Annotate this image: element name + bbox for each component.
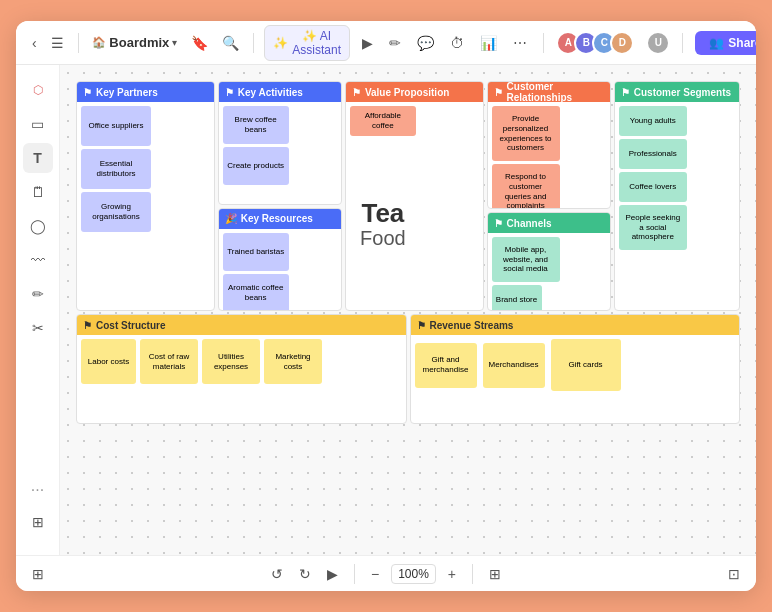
cs-header: ⚑ Customer Segments: [615, 82, 739, 102]
sidebar-icon-multicolor[interactable]: ⬡: [23, 75, 53, 105]
key-partners-cell: ⚑ Key Partners Office suppliers Essentia…: [76, 81, 215, 311]
cost-sticky-1[interactable]: Labor costs: [81, 339, 136, 384]
kr-label: Key Resources: [241, 213, 313, 224]
vp-sticky-1[interactable]: Affordable coffee: [350, 106, 416, 136]
rev-header: ⚑ Revenue Streams: [411, 315, 740, 335]
ch-icon: ⚑: [494, 218, 503, 229]
kr-sticky-1[interactable]: Trained baristas: [223, 233, 289, 271]
toolbar-icon-timer[interactable]: ⏱: [446, 33, 468, 53]
sidebar-icon-pen[interactable]: ✏: [23, 279, 53, 309]
menu-button[interactable]: ☰: [47, 33, 68, 53]
food-text: Food: [360, 227, 406, 250]
kr-content: Trained baristas Aromatic coffee beans: [219, 229, 341, 310]
cost-sticky-4[interactable]: Marketing costs: [264, 339, 322, 384]
sidebar-icon-layers[interactable]: ⊞: [23, 507, 53, 537]
home-icon: 🏠: [92, 36, 106, 49]
ka-wrapper: ⚑ Key Activities Brew coffee beans Creat…: [218, 81, 342, 311]
cs-sticky-2[interactable]: Professionals: [619, 139, 687, 169]
share-button[interactable]: 👥 Share: [695, 31, 756, 55]
cs-icon: ⚑: [621, 87, 630, 98]
back-button[interactable]: ‹: [28, 33, 41, 53]
share-label: Share: [728, 36, 756, 50]
cr-label: Customer Relationships: [507, 81, 604, 103]
rev-content: Gift and merchandise Merchandises Gift c…: [411, 335, 740, 423]
bottom-center: ↺ ↻ ▶ − 100% + ⊞: [267, 564, 505, 584]
customer-segments-cell: ⚑ Customer Segments Young adults Profess…: [614, 81, 740, 311]
sidebar-icon-shape[interactable]: ◯: [23, 211, 53, 241]
ai-icon: ✨: [273, 36, 288, 50]
bottom-bar: ⊞ ↺ ↻ ▶ − 100% + ⊞ ⊡: [16, 555, 756, 591]
ka-sticky-2[interactable]: Create products: [223, 147, 289, 185]
ka-sticky-1[interactable]: Brew coffee beans: [223, 106, 289, 144]
left-sidebar: ⬡ ▭ T 🗒 ◯ 〰 ✏ ✂ ··· ⊞: [16, 65, 60, 555]
bookmark-button[interactable]: 🔖: [187, 33, 212, 53]
toolbar-icon-more[interactable]: ⋯: [509, 33, 531, 53]
cr-icon: ⚑: [494, 87, 503, 98]
cs-sticky-3[interactable]: Coffee lovers: [619, 172, 687, 202]
titlebar-left: ‹ ☰ 🏠 Boardmix ▾ 🔖 🔍 ✨ ✨ AI Assistant: [28, 25, 350, 61]
zoom-display[interactable]: 100%: [391, 564, 436, 584]
rev-sticky-3[interactable]: Gift cards: [551, 339, 621, 391]
titlebar: ‹ ☰ 🏠 Boardmix ▾ 🔖 🔍 ✨ ✨ AI Assistant ▶ …: [16, 21, 756, 65]
ch-content: Mobile app, website, and social media Br…: [488, 233, 610, 310]
cost-sticky-3[interactable]: Utilities expenses: [202, 339, 260, 384]
divider2: [253, 33, 254, 53]
redo-button[interactable]: ↻: [295, 564, 315, 584]
layers-button[interactable]: ⊞: [28, 564, 48, 584]
bmc-bottom-row: ⚑ Cost Structure Labor costs Cost of raw…: [76, 314, 740, 424]
ch-sticky-1[interactable]: Mobile app, website, and social media: [492, 237, 560, 282]
key-resources-cell: 🎉 Key Resources Trained baristas Aromati…: [218, 208, 342, 311]
kr-sticky-2[interactable]: Aromatic coffee beans: [223, 274, 289, 310]
avatar-4: D: [610, 31, 634, 55]
fit-button[interactable]: ⊞: [485, 564, 505, 584]
vp-icon: ⚑: [352, 87, 361, 98]
search-button[interactable]: 🔍: [218, 33, 243, 53]
kp-sticky-1[interactable]: Office suppliers: [81, 106, 151, 146]
cr-sticky-2[interactable]: Respond to customer queries and complain…: [492, 164, 560, 208]
sidebar-icon-text[interactable]: T: [23, 143, 53, 173]
toolbar-icon-draw[interactable]: ✏: [385, 33, 405, 53]
undo-button[interactable]: ↺: [267, 564, 287, 584]
value-proposition-cell: ⚑ Value Proposition Affordable coffee Te…: [345, 81, 484, 311]
cs-sticky-4[interactable]: People seeking a social atmosphere: [619, 205, 687, 250]
sidebar-icon-line[interactable]: 〰: [23, 245, 53, 275]
bmc-container: ⚑ Key Partners Office suppliers Essentia…: [76, 81, 740, 555]
home-button[interactable]: 🏠 Boardmix ▾: [88, 33, 181, 52]
kp-content: Office suppliers Essential distributors …: [77, 102, 214, 310]
app-title: Boardmix: [109, 35, 169, 50]
cr-header: ⚑ Customer Relationships: [488, 82, 610, 102]
cr-sticky-1[interactable]: Provide personalized experiences to cust…: [492, 106, 560, 161]
kp-sticky-3[interactable]: Growing organisations: [81, 192, 151, 232]
cs-sticky-1[interactable]: Young adults: [619, 106, 687, 136]
canvas-area[interactable]: ⚑ Key Partners Office suppliers Essentia…: [60, 65, 756, 555]
cost-sticky-2[interactable]: Cost of raw materials: [140, 339, 198, 384]
kp-sticky-2[interactable]: Essential distributors: [81, 149, 151, 189]
rev-sticky-1[interactable]: Gift and merchandise: [415, 343, 477, 388]
cs-label: Customer Segments: [634, 87, 731, 98]
rev-sticky-2[interactable]: Merchandises: [483, 343, 545, 388]
titlebar-right: ▶ ✏ 💬 ⏱ 📊 ⋯ A B C D U 👥 Share ?: [358, 31, 756, 55]
toolbar-icon-play[interactable]: ▶: [358, 33, 377, 53]
ch-sticky-2[interactable]: Brand store: [492, 285, 542, 310]
ka-label: Key Activities: [238, 87, 303, 98]
zoom-out-button[interactable]: −: [367, 564, 383, 584]
toolbar-icon-chart[interactable]: 📊: [476, 33, 501, 53]
bottom-left: ⊞: [28, 564, 48, 584]
minimap-button[interactable]: ⊡: [724, 564, 744, 584]
key-activities-cell: ⚑ Key Activities Brew coffee beans Creat…: [218, 81, 342, 205]
cost-header: ⚑ Cost Structure: [77, 315, 406, 335]
cr-ch-wrapper: ⚑ Customer Relationships Provide persona…: [487, 81, 611, 311]
zoom-in-button[interactable]: +: [444, 564, 460, 584]
vp-header: ⚑ Value Proposition: [346, 82, 483, 102]
sidebar-icon-sticky[interactable]: 🗒: [23, 177, 53, 207]
ai-assistant-button[interactable]: ✨ ✨ AI Assistant: [264, 25, 350, 61]
kr-header: 🎉 Key Resources: [219, 209, 341, 229]
toolbar-icon-chat[interactable]: 💬: [413, 33, 438, 53]
play-button[interactable]: ▶: [323, 564, 342, 584]
vp-content: Affordable coffee Tea Food: [346, 102, 483, 310]
sidebar-more[interactable]: ···: [31, 481, 44, 499]
sidebar-icon-frame[interactable]: ▭: [23, 109, 53, 139]
ka-icon: ⚑: [225, 87, 234, 98]
tea-text: Tea: [361, 199, 404, 228]
sidebar-icon-scissors[interactable]: ✂: [23, 313, 53, 343]
